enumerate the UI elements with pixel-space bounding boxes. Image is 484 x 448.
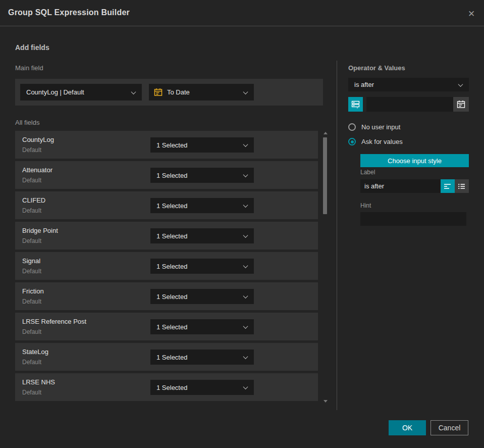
operator-select-value: is after bbox=[354, 81, 374, 88]
main-field-select[interactable]: CountyLog | Default bbox=[20, 84, 142, 101]
radio-unselected-icon bbox=[348, 123, 356, 131]
main-field-row: CountyLog | Default To Date bbox=[15, 79, 323, 106]
chevron-down-icon bbox=[243, 172, 248, 177]
chevron-down-icon bbox=[243, 89, 248, 94]
hint-label: Hint bbox=[360, 202, 371, 209]
chevron-down-icon bbox=[243, 293, 248, 298]
add-fields-heading: Add fields bbox=[15, 43, 49, 52]
field-values-select[interactable]: 1 Selected bbox=[150, 228, 254, 243]
ask-for-values-label: Ask for values bbox=[361, 138, 403, 145]
field-values-selected: 1 Selected bbox=[156, 384, 187, 391]
no-user-input-radio[interactable]: No user input bbox=[348, 123, 400, 131]
align-left-icon bbox=[444, 183, 452, 190]
field-name: CountyLog bbox=[22, 136, 54, 143]
field-row: Attenuator Default 1 Selected bbox=[15, 161, 318, 189]
field-values-selected: 1 Selected bbox=[156, 141, 187, 149]
field-values-select[interactable]: 1 Selected bbox=[150, 137, 254, 153]
label-label: Label bbox=[360, 169, 375, 176]
field-name: LRSE NHS bbox=[22, 378, 55, 386]
field-source: Default bbox=[22, 237, 41, 244]
scrollbar-thumb[interactable] bbox=[323, 137, 327, 214]
field-name: Attenuator bbox=[22, 166, 52, 174]
close-button[interactable]: ✕ bbox=[463, 5, 480, 22]
hint-input[interactable] bbox=[360, 212, 466, 226]
radio-selected-icon bbox=[348, 138, 356, 145]
field-name: Bridge Point bbox=[22, 227, 58, 234]
field-name: LRSE Reference Post bbox=[22, 318, 86, 325]
field-values-select[interactable]: 1 Selected bbox=[150, 168, 254, 183]
field-values-selected: 1 Selected bbox=[156, 293, 187, 301]
all-fields-list: CountyLog Default 1 Selected Attenuator … bbox=[15, 131, 318, 404]
main-field-date-select-value: To Date bbox=[167, 88, 190, 96]
field-name: Friction bbox=[22, 287, 44, 295]
main-field-select-value: CountyLog | Default bbox=[26, 88, 84, 96]
calendar-icon bbox=[154, 88, 163, 96]
field-values-select[interactable]: 1 Selected bbox=[150, 350, 254, 365]
field-source: Default bbox=[22, 177, 41, 184]
list-style-button[interactable] bbox=[455, 179, 469, 193]
multiple-values-button[interactable] bbox=[348, 97, 363, 112]
chevron-down-icon bbox=[243, 142, 248, 147]
field-row: LRSE Reference Post Default 1 Selected bbox=[15, 313, 318, 340]
label-input[interactable] bbox=[360, 179, 441, 193]
ask-for-values-radio[interactable]: Ask for values bbox=[348, 138, 403, 145]
field-row: LRSE NHS Default 1 Selected bbox=[15, 373, 318, 401]
field-source: Default bbox=[22, 298, 41, 305]
field-row: Bridge Point Default 1 Selected bbox=[15, 222, 318, 250]
field-name: CLIFED bbox=[22, 196, 45, 204]
calendar-icon bbox=[457, 100, 465, 109]
field-source: Default bbox=[22, 359, 41, 366]
chevron-down-icon bbox=[131, 89, 136, 94]
field-values-selected: 1 Selected bbox=[156, 172, 187, 179]
field-values-select[interactable]: 1 Selected bbox=[150, 198, 254, 213]
no-user-input-label: No user input bbox=[361, 123, 400, 131]
field-row: Friction Default 1 Selected bbox=[15, 282, 318, 310]
close-icon: ✕ bbox=[468, 9, 475, 19]
date-picker-button[interactable] bbox=[453, 97, 469, 112]
operator-select[interactable]: is after bbox=[348, 78, 469, 91]
value-input[interactable] bbox=[366, 97, 453, 112]
field-row: Signal Default 1 Selected bbox=[15, 252, 318, 280]
field-values-selected: 1 Selected bbox=[156, 263, 187, 270]
dialog-title: Group SQL Expression Builder bbox=[8, 8, 130, 17]
field-values-selected: 1 Selected bbox=[156, 354, 187, 361]
ok-button[interactable]: OK bbox=[389, 420, 426, 435]
field-source: Default bbox=[22, 268, 41, 275]
chevron-down-icon bbox=[243, 384, 248, 389]
field-values-selected: 1 Selected bbox=[156, 232, 187, 240]
operator-values-heading: Operator & Values bbox=[348, 64, 405, 72]
cancel-button[interactable]: Cancel bbox=[431, 420, 468, 435]
field-values-select[interactable]: 1 Selected bbox=[150, 319, 254, 334]
choose-input-style-button[interactable]: Choose input style bbox=[360, 154, 469, 167]
scroll-down-icon[interactable] bbox=[324, 400, 328, 403]
field-source: Default bbox=[22, 389, 41, 396]
group-sql-expression-builder-dialog: Group SQL Expression Builder ✕ Add field… bbox=[0, 0, 484, 448]
field-name: Signal bbox=[22, 257, 40, 265]
main-field-label: Main field bbox=[15, 64, 43, 72]
field-values-selected: 1 Selected bbox=[156, 202, 187, 210]
field-values-select[interactable]: 1 Selected bbox=[150, 289, 254, 304]
field-values-select[interactable]: 1 Selected bbox=[150, 259, 254, 274]
field-source: Default bbox=[22, 207, 41, 214]
dialog-header: Group SQL Expression Builder ✕ bbox=[0, 0, 484, 26]
chevron-down-icon bbox=[243, 233, 248, 238]
chevron-down-icon bbox=[243, 203, 248, 208]
chevron-down-icon bbox=[243, 324, 248, 329]
chevron-down-icon bbox=[243, 354, 248, 359]
field-name: StateLog bbox=[22, 348, 48, 356]
main-field-date-select[interactable]: To Date bbox=[149, 84, 254, 101]
fields-scrollbar[interactable] bbox=[322, 131, 329, 404]
field-values-selected: 1 Selected bbox=[156, 323, 187, 331]
stacked-values-icon bbox=[351, 100, 360, 109]
field-row: CLIFED Default 1 Selected bbox=[15, 191, 318, 219]
scroll-up-icon[interactable] bbox=[324, 132, 328, 134]
single-line-style-button[interactable] bbox=[441, 179, 455, 193]
field-source: Default bbox=[22, 328, 41, 335]
all-fields-label: All fields bbox=[15, 119, 39, 126]
bulleted-list-icon bbox=[458, 183, 466, 190]
chevron-down-icon bbox=[458, 82, 463, 87]
chevron-down-icon bbox=[243, 263, 248, 268]
field-values-select[interactable]: 1 Selected bbox=[150, 380, 254, 395]
field-source: Default bbox=[22, 146, 41, 154]
field-row: CountyLog Default 1 Selected bbox=[15, 131, 318, 159]
